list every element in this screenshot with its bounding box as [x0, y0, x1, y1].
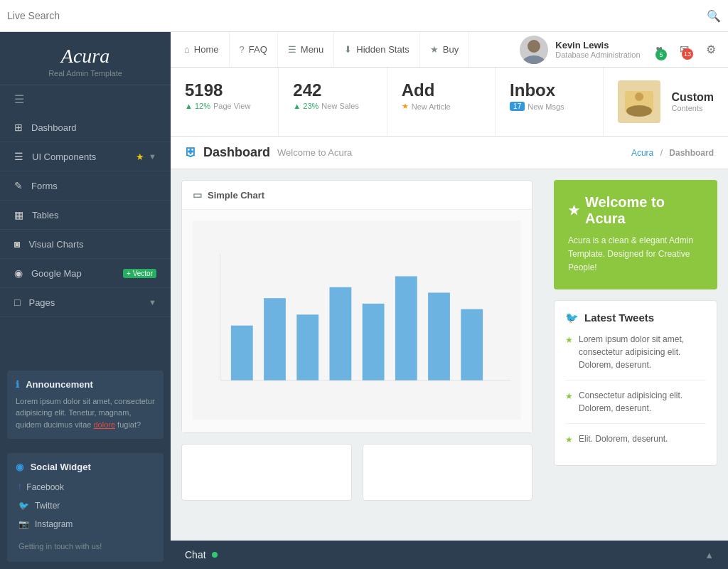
sidebar-item-label: Pages — [28, 297, 149, 308]
nav-item-menu[interactable]: ☰ Menu — [278, 32, 335, 67]
sidebar-item-label: UI Components — [32, 151, 136, 162]
custom-contents-image — [618, 80, 660, 123]
svg-point-1 — [523, 55, 545, 64]
tables-icon: ▦ — [14, 209, 23, 220]
welcome-title: Welcome to Acura — [585, 194, 703, 227]
welcome-card: ★ Welcome to Acura Acura is a clean & el… — [554, 180, 717, 289]
sidebar-toggle-button[interactable]: ☰ — [0, 85, 171, 113]
social-item-instagram[interactable]: 📷 Instagram — [16, 515, 155, 533]
sidebar-item-visual-charts[interactable]: ◙ Visual Charts — [0, 230, 171, 259]
hidden-stats-icon: ⬇ — [344, 44, 352, 55]
svg-rect-15 — [461, 309, 483, 381]
chart-title: Simple Chart — [208, 190, 264, 201]
nav-item-home[interactable]: ⌂ Home — [174, 32, 230, 67]
announcement-link[interactable]: dolore — [93, 420, 115, 429]
user-details: Kevin Lewis Database Administration — [555, 40, 640, 59]
page-title: ⛨ Dashboard Welcome to Acura — [185, 145, 352, 160]
breadcrumb-home-link[interactable]: Acura — [631, 148, 653, 158]
sidebar-menu: ⊞ Dashboard ☰ UI Components ★ ▼ ✎ Forms … — [0, 113, 171, 363]
user-name: Kevin Lewis — [555, 40, 640, 50]
sidebar-item-label: Tables — [32, 210, 156, 220]
shield-icon: ⛨ — [185, 145, 198, 160]
chart-card-header: ▭ Simple Chart — [182, 181, 532, 210]
tweets-title: 🐦 Latest Tweets — [565, 312, 706, 324]
sidebar-logo: Acura Real Admin Template — [0, 32, 171, 85]
user-role: Database Administration — [555, 50, 640, 59]
svg-rect-11 — [330, 287, 352, 381]
sidebar-item-pages[interactable]: □ Pages ▼ — [0, 288, 171, 317]
tweet-item: ★ Consectetur adipisicing elit. Dolorem,… — [565, 389, 706, 424]
sidebar-item-tables[interactable]: ▦ Tables — [0, 201, 171, 230]
forms-icon: ✎ — [14, 180, 23, 191]
mail-button[interactable]: ✉13 — [671, 43, 697, 56]
social-item-twitter[interactable]: 🐦 Twitter — [16, 496, 155, 515]
sidebar-item-forms[interactable]: ✎ Forms — [0, 171, 171, 201]
chat-bar: Chat ▲ — [171, 541, 728, 569]
search-input[interactable] — [7, 10, 707, 21]
stat-custom-contents[interactable]: Custom Contents — [604, 68, 728, 136]
social-widget-title: ◉ Social Widget — [16, 462, 155, 472]
sidebar-item-dashboard[interactable]: ⊞ Dashboard — [0, 113, 171, 142]
vector-badge: + Vector — [123, 269, 156, 278]
settings-button[interactable]: ⚙ — [697, 43, 724, 56]
stat-label: 17 New Msgs — [510, 102, 589, 111]
main-content: ▭ Simple Chart — [171, 169, 728, 569]
svg-rect-14 — [428, 293, 450, 381]
nav-item-hidden-stats[interactable]: ⬇ Hidden Stats — [334, 32, 419, 67]
user-info: Kevin Lewis Database Administration — [513, 36, 647, 64]
heart-button[interactable]: ♥5 — [648, 43, 672, 56]
logo-text: Acura — [14, 45, 156, 68]
announcement-text: Lorem ipsum dolor sit amet, consectetur … — [16, 395, 155, 431]
stat-new-sales: 242 ▲ 23% New Sales — [279, 68, 387, 136]
sidebar-item-google-map[interactable]: ◉ Google Map + Vector — [0, 259, 171, 288]
star-icon: ★ — [136, 151, 144, 162]
content-left: ▭ Simple Chart — [171, 169, 543, 569]
user-avatar — [520, 36, 548, 64]
menu-icon: ☰ — [288, 44, 296, 55]
stat-add-article[interactable]: Add ★ New Article — [387, 68, 496, 136]
chat-label: Chat — [185, 549, 218, 560]
faq-icon: ? — [240, 44, 245, 55]
twitter-icon: 🐦 — [565, 312, 579, 324]
mail-badge: 13 — [682, 48, 693, 60]
custom-contents-subtitle: Contents — [671, 104, 714, 112]
chart-svg — [193, 220, 521, 420]
ui-components-icon: ☰ — [14, 151, 23, 162]
search-button[interactable]: 🔍 — [707, 9, 721, 23]
chat-online-indicator — [212, 552, 218, 558]
breadcrumb: Acura / Dashboard — [631, 148, 714, 158]
map-icon: ◉ — [14, 267, 23, 279]
nav-item-buy[interactable]: ★ Buy — [420, 32, 469, 67]
dashboard-icon: ⊞ — [14, 122, 23, 133]
sidebar-item-label: Visual Charts — [28, 239, 156, 250]
stat-number: 5198 — [185, 80, 264, 100]
svg-point-4 — [626, 105, 652, 117]
breadcrumb-current: Dashboard — [669, 148, 714, 158]
charts-icon: ◙ — [14, 238, 20, 250]
bottom-card-2 — [363, 444, 533, 501]
tweet-text: Elit. Dolorem, deserunt. — [579, 432, 668, 445]
stat-inbox: Inbox 17 New Msgs — [496, 68, 604, 136]
twitter-icon: 🐦 — [18, 501, 29, 511]
announcement-icon: ℹ — [16, 379, 19, 390]
tweet-star-icon: ★ — [565, 433, 573, 446]
sidebar-item-ui-components[interactable]: ☰ UI Components ★ ▼ — [0, 142, 171, 171]
buy-icon: ★ — [430, 44, 439, 55]
social-item-facebook[interactable]: f Facebook — [16, 478, 155, 496]
bottom-cards — [181, 444, 532, 511]
tweet-item: ★ Elit. Dolorem, deserunt. — [565, 432, 706, 454]
stat-number: Inbox — [510, 80, 589, 100]
page-header: ⛨ Dashboard Welcome to Acura Acura / Das… — [171, 137, 728, 169]
logo-subtitle: Real Admin Template — [14, 69, 156, 78]
custom-contents-text: Custom Contents — [671, 91, 714, 112]
chat-expand-button[interactable]: ▲ — [705, 550, 714, 560]
nav-item-faq[interactable]: ? FAQ — [230, 32, 278, 67]
content-right: ★ Welcome to Acura Acura is a clean & el… — [543, 169, 728, 569]
simple-chart-card: ▭ Simple Chart — [181, 180, 532, 433]
svg-rect-9 — [264, 298, 286, 381]
navbar-right: Kevin Lewis Database Administration ♥5 ✉… — [513, 36, 724, 64]
tweet-text: Consectetur adipisicing elit. Dolorem, d… — [579, 389, 706, 415]
chevron-down-icon: ▼ — [149, 298, 156, 307]
tweet-text: Lorem ipsum dolor sit amet, consectetur … — [579, 333, 706, 371]
heart-badge: 5 — [655, 49, 667, 60]
